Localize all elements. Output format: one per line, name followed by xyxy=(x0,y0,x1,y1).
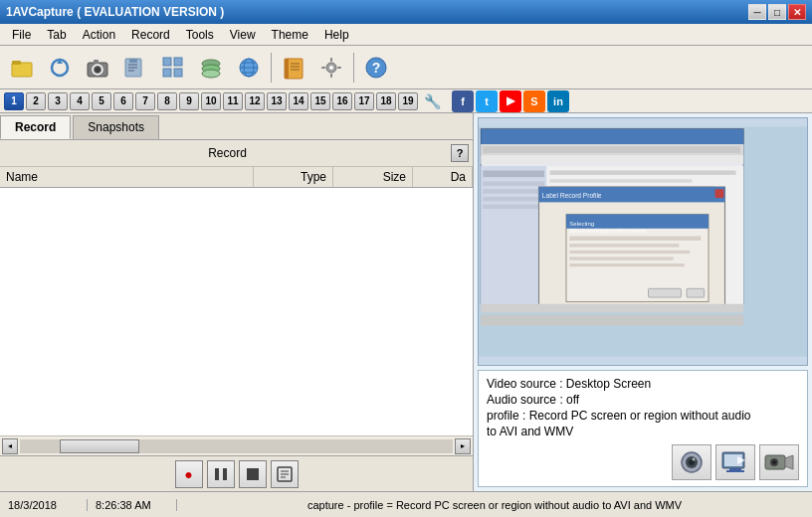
youtube-icon[interactable]: ▶ xyxy=(500,90,521,112)
scroll-right-arrow[interactable]: ▸ xyxy=(455,438,471,454)
toolbar-camera-btn[interactable] xyxy=(80,50,115,86)
close-button[interactable]: ✕ xyxy=(788,4,806,20)
svg-rect-53 xyxy=(483,171,544,178)
svg-rect-78 xyxy=(481,315,743,326)
layers-icon xyxy=(198,55,224,81)
svg-rect-0 xyxy=(12,63,32,77)
num-tab-5[interactable]: 5 xyxy=(92,92,111,110)
scroll-left-arrow[interactable]: ◂ xyxy=(2,438,18,454)
bottom-controls: ● xyxy=(0,455,473,491)
stumbleupon-icon[interactable]: S xyxy=(523,90,545,112)
num-tab-1[interactable]: 1 xyxy=(4,92,24,110)
svg-rect-15 xyxy=(174,69,182,77)
table-body xyxy=(0,188,473,431)
camera-row xyxy=(487,444,799,480)
num-tab-18[interactable]: 18 xyxy=(376,92,396,110)
horizontal-scrollbar[interactable]: ◂ ▸ xyxy=(0,435,473,455)
toolbar-globe-btn[interactable] xyxy=(231,50,267,86)
scroll-track[interactable] xyxy=(20,439,453,453)
menu-record[interactable]: Record xyxy=(123,26,178,44)
wrench-icon[interactable]: 🔧 xyxy=(422,92,442,110)
record-button[interactable]: ● xyxy=(175,460,203,488)
col-name: Name xyxy=(0,167,254,187)
right-panel: Label Record Profile Selecting Windows/R… xyxy=(474,113,812,491)
svg-rect-59 xyxy=(550,179,693,182)
pencil-settings-icon xyxy=(276,465,294,483)
num-tab-11[interactable]: 11 xyxy=(223,92,243,110)
menu-action[interactable]: Action xyxy=(75,26,123,44)
title-bar: 1AVCapture ( EVALUATION VERSION ) ─ □ ✕ xyxy=(0,0,812,24)
record-help-button[interactable]: ? xyxy=(451,144,469,162)
num-tab-4[interactable]: 4 xyxy=(70,92,90,110)
webcam-button[interactable] xyxy=(672,444,711,480)
refresh-icon xyxy=(47,55,73,81)
status-time: 8:26:38 AM xyxy=(88,499,177,511)
toolbar-book-btn[interactable] xyxy=(276,50,311,86)
num-tab-3[interactable]: 3 xyxy=(48,92,68,110)
video-camera-icon xyxy=(763,448,795,476)
pause-button[interactable] xyxy=(207,460,235,488)
tab-snapshots[interactable]: Snapshots xyxy=(73,115,159,139)
screen-capture-button[interactable] xyxy=(715,444,755,480)
video-camera-button[interactable] xyxy=(759,444,799,480)
menu-help[interactable]: Help xyxy=(316,26,357,44)
svg-rect-8 xyxy=(129,59,137,63)
svg-rect-1 xyxy=(12,61,21,65)
num-tab-6[interactable]: 6 xyxy=(113,92,133,110)
svg-text:Selecting: Selecting xyxy=(569,221,594,227)
toolbar-grid-btn[interactable] xyxy=(155,50,191,86)
toolbar-open-btn[interactable] xyxy=(4,50,40,86)
facebook-icon[interactable]: f xyxy=(452,90,474,112)
status-date: 18/3/2018 xyxy=(8,499,88,511)
num-tab-16[interactable]: 16 xyxy=(332,92,352,110)
svg-rect-25 xyxy=(285,59,289,79)
num-tab-8[interactable]: 8 xyxy=(157,92,177,110)
twitter-icon[interactable]: t xyxy=(476,90,498,112)
maximize-button[interactable]: □ xyxy=(768,4,786,20)
social-icons: f t ▶ S in xyxy=(452,90,569,112)
num-tab-12[interactable]: 12 xyxy=(245,92,265,110)
menu-file[interactable]: File xyxy=(4,26,39,44)
num-tab-10[interactable]: 10 xyxy=(201,92,221,110)
toolbar-record-btn[interactable] xyxy=(117,50,153,86)
menu-bar: File Tab Action Record Tools View Theme … xyxy=(0,24,812,46)
svg-rect-70 xyxy=(569,237,701,241)
svg-text:?: ? xyxy=(372,60,381,76)
menu-tab[interactable]: Tab xyxy=(39,26,74,44)
num-tab-7[interactable]: 7 xyxy=(135,92,155,110)
svg-rect-37 xyxy=(215,468,219,480)
num-tab-2[interactable]: 2 xyxy=(26,92,46,110)
svg-rect-51 xyxy=(481,166,546,306)
num-tab-9[interactable]: 9 xyxy=(179,92,199,110)
app-title: 1AVCapture ( EVALUATION VERSION ) xyxy=(6,5,224,19)
num-tab-19[interactable]: 19 xyxy=(398,92,418,110)
minimize-button[interactable]: ─ xyxy=(748,4,766,20)
linkedin-icon[interactable]: in xyxy=(547,90,569,112)
settings-button[interactable] xyxy=(271,460,299,488)
window-controls: ─ □ ✕ xyxy=(748,4,806,20)
col-date: Da xyxy=(413,167,473,187)
menu-theme[interactable]: Theme xyxy=(264,26,316,44)
svg-rect-74 xyxy=(569,263,685,266)
folder-open-icon xyxy=(9,55,35,81)
svg-point-91 xyxy=(772,460,776,464)
svg-rect-12 xyxy=(163,58,171,66)
svg-rect-57 xyxy=(483,205,544,209)
num-tab-15[interactable]: 15 xyxy=(310,92,330,110)
toolbar-layers-btn[interactable] xyxy=(193,50,229,86)
svg-rect-73 xyxy=(569,257,674,259)
toolbar-settings-btn[interactable] xyxy=(313,50,349,86)
menu-view[interactable]: View xyxy=(222,26,264,44)
toolbar-refresh-btn[interactable] xyxy=(42,50,78,86)
toolbar-help-btn[interactable]: ? xyxy=(358,50,394,86)
num-tab-17[interactable]: 17 xyxy=(354,92,374,110)
svg-rect-14 xyxy=(163,69,171,77)
stop-button[interactable] xyxy=(239,460,267,488)
table-header: Name Type Size Da xyxy=(0,167,473,188)
scroll-thumb[interactable] xyxy=(60,439,139,453)
svg-rect-49 xyxy=(481,155,743,164)
tab-record[interactable]: Record xyxy=(0,115,71,139)
num-tab-13[interactable]: 13 xyxy=(267,92,287,110)
menu-tools[interactable]: Tools xyxy=(178,26,222,44)
num-tab-14[interactable]: 14 xyxy=(289,92,308,110)
